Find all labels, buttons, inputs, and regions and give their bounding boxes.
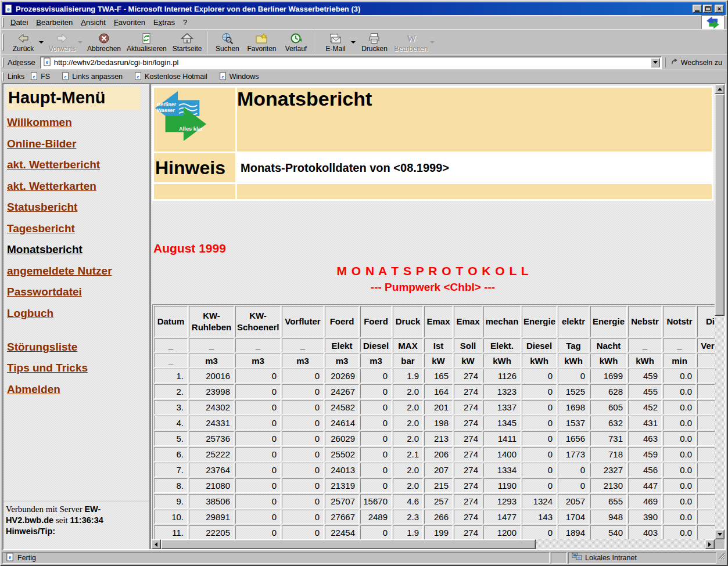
sidebar-item-akt-wetterkarten[interactable]: akt. Wetterkarten [7, 180, 147, 193]
svg-text:W: W [406, 33, 416, 44]
data-cell: 0 [360, 400, 392, 414]
titlebar[interactable]: e Prozessvisualisierung TWA-F - Microsof… [2, 2, 726, 15]
back-dropdown-icon[interactable] [39, 41, 44, 44]
data-cell: 0 [360, 525, 392, 539]
home-button[interactable]: Startseite [170, 31, 205, 54]
favorites-icon [255, 31, 268, 45]
link-item-kostenlose-hotmail[interactable]: eKostenlose Hotmail [134, 72, 207, 82]
favorites-button[interactable]: Favoriten [244, 31, 279, 54]
edit-button[interactable]: W Bearbeiten [391, 31, 431, 54]
data-cell: 164 [424, 384, 453, 399]
page-header-table: Berliner Wasser Alles klar Monatsbericht [152, 86, 713, 201]
close-button[interactable]: × [715, 5, 724, 13]
horizontal-scroll-thumb[interactable] [161, 539, 536, 549]
data-cell: 24582 [325, 400, 359, 414]
logo-cell: Berliner Wasser Alles klar [154, 88, 235, 152]
sidebar-item-abmelden[interactable]: Abmelden [7, 383, 147, 396]
data-cell: 0 [522, 416, 557, 430]
forward-button[interactable]: Vorwärts [45, 31, 79, 54]
back-button[interactable]: Zurück [6, 31, 40, 54]
stop-button[interactable]: Abbrechen [84, 31, 124, 54]
data-cell: 27667 [325, 510, 359, 524]
sidebar-item-monatsbericht[interactable]: Monatsbericht [7, 243, 147, 256]
column-header: elektr [558, 306, 589, 337]
sidebar-links: WillkommenOnline-Bilderakt. Wetterberich… [6, 116, 147, 396]
scroll-right-button[interactable] [705, 539, 715, 549]
menu-item-ansicht[interactable]: Ansicht [77, 17, 110, 28]
column-header: _ [663, 338, 696, 352]
edit-dropdown-icon[interactable] [430, 41, 435, 44]
forward-dropdown-icon[interactable] [78, 41, 83, 44]
minimize-button[interactable] [693, 5, 702, 13]
toolbar-grip[interactable] [2, 34, 4, 51]
print-button[interactable]: Drucken [357, 31, 391, 54]
data-cell: 447 [628, 478, 662, 493]
resize-grip[interactable] [718, 552, 726, 564]
sidebar-item-tagesbericht[interactable]: Tagesbericht [7, 222, 147, 235]
forward-icon [56, 31, 69, 45]
status-pane-spacer [551, 552, 567, 564]
maximize-button[interactable] [703, 5, 712, 13]
sidebar-item-online-bilder[interactable]: Online-Bilder [7, 138, 147, 150]
address-input[interactable]: e http://ewhv2/bedasrun/cgi-bin/login.pl [40, 56, 662, 69]
address-url[interactable]: http://ewhv2/bedasrun/cgi-bin/login.pl [52, 58, 651, 67]
link-item-windows[interactable]: eWindows [219, 72, 259, 82]
data-cell: 0 [282, 494, 324, 509]
page-icon: e [62, 72, 70, 82]
back-icon [17, 31, 30, 45]
vertical-scroll-thumb[interactable] [715, 94, 725, 316]
link-item-links-anpassen[interactable]: eLinks anpassen [62, 72, 123, 82]
sidebar-item-statusbericht[interactable]: Statusbericht [7, 201, 147, 214]
menubar-grip[interactable] [2, 17, 4, 27]
data-cell: 2.0 [393, 478, 423, 493]
column-header: Elekt [325, 338, 359, 352]
date-cell: 2. [154, 384, 188, 399]
data-cell: 20016 [189, 369, 234, 383]
scroll-down-button[interactable] [715, 529, 725, 539]
sidebar-item-angemeldete-nutzer[interactable]: angemeldete Nutzer [7, 265, 147, 277]
sidebar-item-logbuch[interactable]: Logbuch [7, 307, 147, 320]
mail-dropdown-icon[interactable] [351, 41, 356, 44]
menu-item-extras[interactable]: Extras [149, 17, 179, 28]
refresh-button[interactable]: Aktualisieren [124, 31, 170, 54]
link-item-fs[interactable]: eFS [30, 72, 50, 82]
header-row: ____ElektDieselMAXIstSollElekt.DieselTag… [154, 338, 715, 352]
scroll-left-button[interactable] [151, 539, 161, 549]
menu-item-datei[interactable]: Datei [6, 17, 32, 28]
sidebar-item-willkommen[interactable]: Willkommen [7, 116, 147, 129]
menu-item-?[interactable]: ? [179, 17, 191, 28]
sidebar-item-tips-und-tricks[interactable]: Tips und Tricks [7, 362, 147, 374]
table-row: 5.25736002602902.02132741411016567314630… [154, 431, 715, 446]
linksbar-grip[interactable] [2, 72, 4, 81]
mail-button[interactable]: E-Mail [318, 31, 352, 54]
protocol-table: DatumKW-RuhlebenKW-SchoenerlVorfluterFoe… [152, 304, 715, 539]
data-cell: 655 [590, 494, 627, 509]
sidebar-item-passwortdatei[interactable]: Passwortdatei [7, 286, 147, 298]
addressbar-grip[interactable] [2, 57, 4, 68]
search-button[interactable]: Suchen [210, 31, 244, 54]
page-icon: e [219, 72, 227, 82]
table-row: 4.24331002461402.01982741345015376324310… [154, 416, 715, 430]
column-header: Druck [393, 306, 423, 337]
data-cell: 1.9 [393, 369, 423, 383]
data-cell: 0 [360, 463, 392, 477]
history-button[interactable]: Verlauf [279, 31, 313, 54]
address-dropdown-button[interactable] [651, 58, 660, 67]
menu-item-favoriten[interactable]: Favoriten [110, 17, 149, 28]
svg-text:e: e [64, 73, 67, 79]
refresh-icon [140, 31, 153, 45]
data-cell: 456 [628, 463, 662, 477]
scroll-up-button[interactable] [715, 84, 725, 94]
main-viewport: Berliner Wasser Alles klar Monatsbericht [151, 84, 715, 539]
menu-item-bearbeiten[interactable]: Bearbeiten [32, 17, 77, 28]
sidebar-item-akt-wetterbericht[interactable]: akt. Wetterbericht [7, 158, 147, 171]
svg-text:e: e [33, 73, 35, 79]
horizontal-scrollbar[interactable] [151, 539, 715, 549]
vertical-scrollbar[interactable] [715, 84, 725, 539]
go-button[interactable]: Wechseln zu [665, 57, 727, 67]
sidebar-item-st-rungsliste[interactable]: Störungsliste [7, 341, 147, 354]
server-status-text: Verbunden mit Server [6, 504, 84, 514]
svg-text:e: e [46, 59, 48, 65]
data-cell: 0 [522, 478, 557, 493]
data-cell: 20269 [325, 369, 359, 383]
